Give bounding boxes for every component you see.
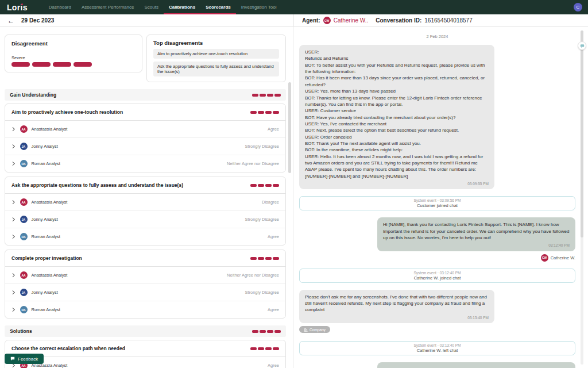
section-severity-pills: [252, 330, 281, 333]
question-title: Complete proper investigation: [11, 255, 88, 261]
analyst-rating: Neither Agree nor Disagree: [227, 273, 279, 278]
question-card-complete-proper-investigation: Complete proper investigationAAAnastassi…: [5, 250, 286, 319]
analyst-row-anastassia-analyst[interactable]: AAAnastassia AnalystDisagree: [5, 194, 285, 210]
top-disagreement-item: Ask the appropriate questions to fully a…: [153, 62, 279, 76]
logo-text: Loris: [7, 3, 28, 12]
summary-cards: Disagreement Severe Top disagreements Ai…: [5, 34, 286, 82]
nav-item-investigation-tool[interactable]: Investigation Tool: [236, 0, 282, 14]
chat-scrollbar[interactable]: [581, 30, 583, 365]
severity-pill: [260, 330, 266, 333]
top-disagreements-list: Aim to proactively achieve one-touch res…: [153, 49, 279, 76]
agent-avatar: CW: [541, 254, 548, 262]
analyst-row-jonny-analyst[interactable]: JAJonny AnalystStrongly Disagree: [5, 210, 285, 228]
feedback-button[interactable]: Feedback: [5, 354, 44, 364]
severity-pill: [265, 257, 272, 260]
analyst-row-anastassia-analyst[interactable]: AAAnastassia AnalystNeither Agree nor Di…: [5, 267, 285, 283]
severity-pills: [11, 62, 136, 67]
left-panel-scrollbar[interactable]: [288, 82, 291, 173]
analyst-name: Jonny Analyst: [32, 217, 58, 222]
main-content: Disagreement Severe Top disagreements Ai…: [0, 27, 588, 368]
severity-pill: [265, 347, 272, 350]
chat-scrollbar-thumb[interactable]: [581, 30, 583, 237]
analyst-rating: Disagree: [262, 200, 279, 205]
user-avatar[interactable]: C: [574, 3, 582, 12]
question-card-ask-the-appropriate-questions-to-fully-a: Ask the appropriate questions to fully a…: [5, 177, 286, 246]
customer-message: Please don't ask me for any screenshots.…: [299, 290, 575, 334]
severity-pill: [250, 111, 257, 114]
calibration-date: 29 Dec 2023: [21, 17, 54, 24]
chevron-right-icon[interactable]: [11, 273, 14, 277]
analyst-name: Roman Analyst: [32, 161, 60, 166]
disagreement-title: Disagreement: [11, 40, 136, 47]
agent-label: Agent:: [302, 17, 320, 24]
nav-item-assessment-performance[interactable]: Assessment Performance: [76, 0, 140, 14]
chevron-right-icon[interactable]: [11, 308, 14, 311]
top-disagreements-title: Top disagreements: [153, 40, 279, 46]
question-header: Ask the appropriate questions to fully a…: [5, 177, 285, 194]
severity-pill: [53, 62, 71, 67]
nav-items: DashboardAssessment PerformanceScoutsCal…: [44, 0, 282, 14]
agent-bubble: While I am reviewing this, I would like …: [377, 362, 575, 368]
system-event-meta: System event · 03:09:56 PM: [304, 198, 570, 202]
severity-pill: [250, 257, 257, 260]
analyst-row-jonny-analyst[interactable]: JAJonny AnalystStrongly Disagree: [5, 137, 285, 155]
severity-pill: [274, 330, 281, 333]
nav-item-scouts[interactable]: Scouts: [139, 0, 163, 14]
analyst-row-roman-analyst[interactable]: RARoman AnalystAgree: [5, 301, 285, 318]
analyst-row-jonny-analyst[interactable]: JAJonny AnalystStrongly Disagree: [5, 283, 285, 301]
comment-icon: [580, 44, 585, 48]
chevron-right-icon[interactable]: [11, 200, 14, 204]
back-button[interactable]: ←: [7, 17, 14, 24]
agent-name[interactable]: Catherine W..: [334, 17, 369, 24]
analyst-row-roman-analyst[interactable]: RARoman AnalystAgree: [5, 228, 285, 245]
question-header: Complete proper investigation: [5, 250, 285, 267]
analyst-rating: Strongly Disagree: [245, 217, 279, 222]
severity-pill: [273, 184, 279, 187]
analyst-avatar: JA: [20, 143, 28, 150]
system-event: System event · 03:13:40 PMCatherine W. l…: [299, 341, 575, 355]
speech-bubble-icon: [10, 356, 15, 361]
analyst-rating: Agree: [268, 363, 279, 368]
comment-jump-button[interactable]: [578, 41, 586, 50]
system-event: System event · 03:12:40 PMCatherine W. j…: [299, 269, 575, 283]
analyst-rating: Agree: [268, 234, 279, 239]
company-badge-label: Company: [310, 328, 326, 332]
analyst-name: Anastassia Analyst: [32, 273, 68, 278]
severity-pill: [273, 347, 279, 350]
analyst-name: Roman Analyst: [32, 307, 60, 312]
agent-bubble: Hi [NAME], thank you for contacting Lori…: [377, 217, 575, 251]
chevron-right-icon[interactable]: [11, 235, 14, 238]
chevron-right-icon[interactable]: [11, 162, 14, 165]
scorecard-sections: Gain UnderstandingAim to proactively ach…: [5, 89, 286, 368]
loris-logo[interactable]: Loris: [7, 3, 28, 12]
chevron-right-icon[interactable]: [11, 127, 14, 131]
severity-pill: [274, 94, 281, 97]
analyst-avatar: AA: [20, 198, 28, 206]
analyst-row-anastassia-analyst[interactable]: AAAnastassia AnalystAgree: [5, 357, 285, 368]
chevron-right-icon[interactable]: [11, 290, 14, 294]
question-severity-pills: [250, 111, 279, 114]
message-timestamp: 03:13:40 PM: [305, 315, 489, 320]
analyst-avatar: RA: [20, 160, 28, 167]
feedback-label: Feedback: [18, 356, 38, 362]
nav-item-dashboard[interactable]: Dashboard: [44, 0, 76, 14]
analyst-row-roman-analyst[interactable]: RARoman AnalystNeither Agree nor Disagre…: [5, 155, 285, 172]
analyst-row-anastassia-analyst[interactable]: AAAnastassia AnalystAgree: [5, 121, 285, 137]
section-header-gain-understanding: Gain Understanding: [5, 89, 286, 101]
severity-pill: [252, 94, 258, 97]
question-title: Aim to proactively achieve one-touch res…: [11, 109, 129, 115]
analyst-name: Jonny Analyst: [32, 144, 58, 149]
chevron-right-icon[interactable]: [11, 144, 14, 148]
company-badge: Company: [299, 326, 330, 333]
analyst-avatar: AA: [20, 125, 28, 133]
chevron-right-icon[interactable]: [11, 363, 14, 367]
nav-item-calibrations[interactable]: Calibrations: [164, 0, 200, 14]
chevron-right-icon[interactable]: [11, 217, 14, 221]
system-event-text: Catherine W. left chat: [304, 348, 570, 353]
nav-item-scorecards[interactable]: Scorecards: [200, 0, 236, 14]
severity-block: Severe: [11, 55, 136, 67]
analyst-avatar: JA: [20, 216, 28, 223]
chat-panel: 2 Feb 2024 USER: Refunds and Returns BOT…: [293, 27, 588, 368]
chat-messages: USER: Refunds and Returns BOT: To better…: [299, 45, 575, 368]
message-text: Please don't ask me for any screenshots.…: [305, 294, 489, 313]
